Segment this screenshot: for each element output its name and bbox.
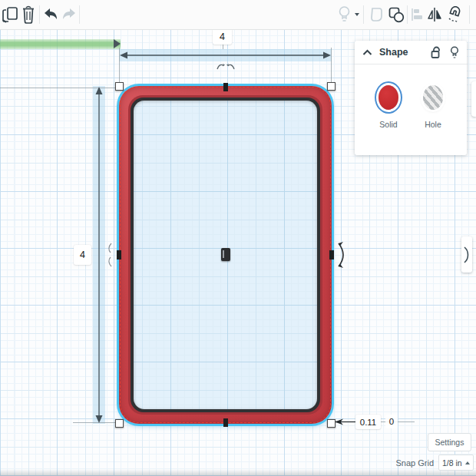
mirror-icon[interactable] (426, 0, 443, 29)
resize-handle-top-left[interactable] (115, 82, 124, 91)
hole-swatch-label: Hole (425, 120, 441, 129)
partial-side-tab[interactable] (471, 81, 476, 117)
collapse-panel-tab[interactable] (461, 236, 472, 273)
shape-panel-title: Shape (379, 47, 431, 58)
width-dimension-label[interactable]: 4 (213, 28, 232, 45)
rotate-handle-top-icon[interactable] (216, 62, 236, 71)
raise-lower-handle[interactable] (221, 248, 230, 261)
caret-up-icon (465, 461, 470, 464)
delete-icon[interactable] (20, 0, 37, 29)
height-dimension-label[interactable]: 4 (74, 245, 91, 265)
snap-grid-select[interactable]: 1/8 in (438, 455, 474, 471)
resize-handle-top[interactable] (223, 83, 228, 91)
hole-swatch[interactable]: Hole (419, 81, 447, 129)
resize-handle-right[interactable] (329, 250, 334, 259)
top-toolbar (0, 0, 476, 30)
resize-handle-left[interactable] (117, 250, 121, 259)
toolbar-divider (79, 5, 80, 24)
shape-panel: Shape Solid Hole (355, 41, 467, 155)
radius-arrow (333, 417, 356, 427)
radius-dimension-label[interactable]: 0.11 (355, 415, 381, 429)
width-dimension-arrow (119, 49, 332, 61)
toolbar-divider (363, 5, 364, 24)
solid-swatch[interactable]: Solid (375, 81, 402, 129)
lightbulb-icon[interactable] (336, 0, 352, 29)
snap-grid-value: 1/8 in (442, 458, 462, 468)
toolbar-divider (469, 5, 470, 24)
align-icon[interactable] (409, 0, 425, 29)
resize-handle-bottom-left[interactable] (115, 419, 124, 428)
chevron-right-icon (464, 246, 470, 263)
undo-icon[interactable] (41, 0, 60, 29)
settings-button[interactable]: Settings (428, 433, 471, 451)
group-icon[interactable] (387, 0, 405, 29)
chevron-up-icon[interactable] (362, 49, 372, 56)
hole-swatch-circle (423, 85, 443, 110)
toolbar-divider (407, 5, 408, 24)
rotate-handle-right-icon[interactable] (336, 238, 348, 272)
shape-panel-header: Shape (355, 41, 467, 64)
unlock-icon[interactable] (431, 46, 441, 59)
selected-shape[interactable] (119, 86, 332, 424)
outline-shape-icon[interactable] (368, 0, 385, 29)
elevation-label[interactable]: 0 (385, 415, 398, 428)
copy-icon[interactable] (2, 0, 20, 29)
ruler-green-band (0, 39, 121, 49)
solid-swatch-circle (378, 85, 398, 110)
height-dimension-arrow (93, 86, 105, 424)
rotate-handle-left-icon[interactable] (106, 242, 114, 268)
lightbulb-icon[interactable] (450, 46, 459, 59)
snap-grid-label: Snap Grid (395, 458, 434, 468)
resize-handle-bottom[interactable] (223, 418, 228, 427)
snap-grid-row: Snap Grid 1/8 in (0, 455, 476, 471)
redo-icon[interactable] (60, 0, 78, 29)
magnet-icon[interactable] (445, 0, 464, 29)
solid-swatch-label: Solid (379, 120, 397, 129)
lightbulb-dropdown-icon[interactable] (352, 0, 362, 29)
toolbar-divider (39, 5, 40, 24)
resize-handle-top-right[interactable] (327, 82, 336, 91)
